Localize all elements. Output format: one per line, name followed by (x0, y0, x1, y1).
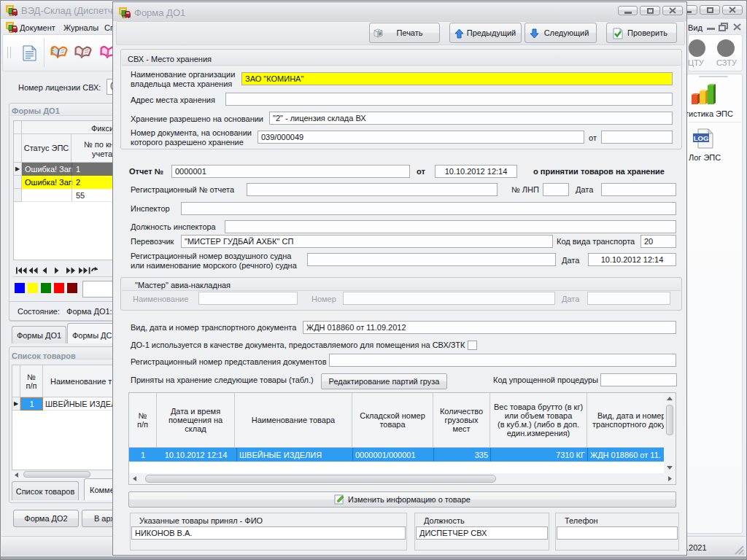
svg-text:LOG: LOG (694, 134, 709, 142)
